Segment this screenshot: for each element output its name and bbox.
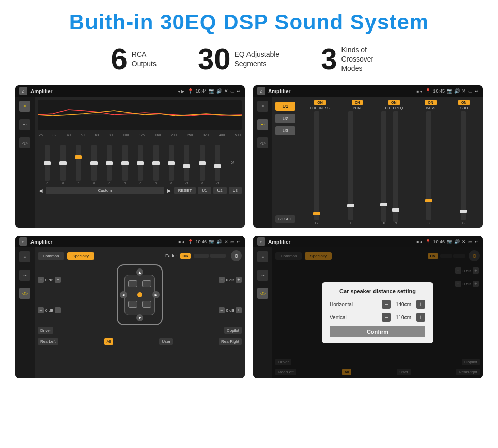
eq-slider-11: -1	[215, 145, 220, 185]
stat-number-eq: 30	[198, 44, 231, 74]
home-icon-1[interactable]: ⌂	[19, 87, 27, 95]
screen2-reset[interactable]: RESET	[275, 215, 295, 223]
vertical-value: 110cm	[393, 315, 414, 320]
home-icon-3[interactable]: ⌂	[19, 237, 27, 246]
eq-slider-5: 0	[122, 145, 128, 185]
reset-btn[interactable]: RESET	[174, 187, 196, 194]
status-bar-1: ⌂ Amplifier ● ▶ 📍 10:44 📷 🔊 ✕ ▭ ↩	[15, 85, 245, 97]
car-visual: ▲ ▼ ◄ ►	[64, 264, 215, 325]
phat-on[interactable]: ON	[352, 100, 363, 105]
arrow-left[interactable]: ◄	[120, 291, 127, 298]
dialog-title: Car speaker distance setting	[330, 288, 425, 294]
time-1: 10:44	[195, 88, 207, 94]
bass-on[interactable]: ON	[425, 100, 437, 105]
next-btn[interactable]: ►	[166, 187, 172, 194]
screen1-main: 25 32 40 50 63 80 100 125 160 200 250 32…	[35, 97, 245, 228]
fader-sliders-h	[194, 254, 226, 258]
db-plus-bl[interactable]: +	[55, 307, 61, 313]
vertical-plus[interactable]: +	[416, 313, 425, 322]
specialty-tab[interactable]: Specialty	[67, 252, 94, 260]
horizontal-plus[interactable]: +	[416, 300, 425, 309]
u1-button[interactable]: U1	[275, 102, 295, 111]
db-minus-bl[interactable]: −	[38, 307, 44, 313]
home-icon-2[interactable]: ⌂	[257, 87, 265, 95]
horizontal-minus[interactable]: −	[382, 300, 391, 309]
custom-preset[interactable]: Custom	[46, 187, 164, 194]
seat-fl	[128, 280, 137, 287]
all-btn[interactable]: All	[104, 338, 114, 345]
channels-area: ON LOUDNESS ON PHAT ON CUT FREQ	[300, 100, 480, 225]
fader-on[interactable]: ON	[180, 253, 191, 259]
db-plus-br[interactable]: +	[236, 307, 242, 313]
more-icon[interactable]: »	[231, 158, 235, 166]
crossover-sliders: G F	[300, 111, 480, 225]
db-minus-tl[interactable]: −	[38, 277, 44, 283]
u1-btn[interactable]: U1	[198, 187, 211, 194]
common-tab[interactable]: Common	[38, 252, 64, 260]
speaker-icon-3[interactable]: ◁▷	[19, 288, 30, 299]
ch-sub: ON SUB	[458, 100, 470, 110]
driver-btn[interactable]: Driver	[38, 327, 53, 334]
eq-icon-4[interactable]: ≡	[257, 251, 268, 262]
eq-icon-3[interactable]: ≡	[19, 251, 30, 262]
close-icon-4: ✕	[462, 239, 466, 244]
speaker-icon-4[interactable]: ◁▷	[257, 288, 268, 299]
screen2-sidebar: ≡ 〜 ◁▷	[253, 97, 272, 228]
right-controls: − 0 dB + − 0 dB +	[219, 264, 242, 325]
prev-btn[interactable]: ◄	[38, 187, 44, 194]
db-plus-tl[interactable]: +	[55, 277, 61, 283]
u3-btn[interactable]: U3	[229, 187, 242, 194]
status-icons-1: 📍 10:44 📷 🔊 ✕ ▭ ↩	[188, 88, 241, 94]
u3-button[interactable]: U3	[275, 126, 295, 135]
eq-slider-6: 0	[138, 145, 143, 185]
sub-on[interactable]: ON	[458, 100, 470, 105]
page-container: Buith-in 30EQ DSP Sound System 6 RCA Out…	[0, 0, 498, 389]
fader-label: Fader	[165, 253, 177, 258]
screen3-sidebar: ≡ 〜 ◁▷	[15, 247, 35, 378]
arrow-right[interactable]: ►	[152, 291, 160, 298]
speaker-icon-2[interactable]: ◁▷	[257, 137, 268, 148]
u2-button[interactable]: U2	[275, 114, 295, 123]
eq-slider-10: 0	[200, 145, 205, 185]
camera-icon-4: 📷	[447, 239, 452, 244]
fader-h-slider-1[interactable]	[194, 254, 209, 258]
eq-chart	[38, 100, 242, 130]
screen-eq: ⌂ Amplifier ● ▶ 📍 10:44 📷 🔊 ✕ ▭ ↩ ≡ 〜 ◁▷	[15, 85, 245, 228]
speaker-icon[interactable]: ◁▷	[19, 137, 30, 148]
stats-row: 6 RCA Outputs 30 EQ Adjustable Segments …	[15, 44, 483, 74]
db-plus-tr[interactable]: +	[236, 277, 242, 283]
arrow-up[interactable]: ▲	[136, 268, 143, 276]
vertical-minus[interactable]: −	[382, 313, 391, 322]
seat-rl	[128, 301, 137, 308]
db-minus-br[interactable]: −	[219, 307, 225, 313]
copilot-btn[interactable]: Copilot	[224, 327, 242, 334]
u2-btn[interactable]: U2	[213, 187, 227, 194]
arrow-down[interactable]: ▼	[136, 314, 143, 321]
screen3-main: Common Specialty Fader ON ⚙	[35, 247, 245, 378]
app-name-2: Amplifier	[268, 88, 414, 94]
eq-icon[interactable]: ≡	[19, 101, 30, 112]
loudness-on[interactable]: ON	[314, 100, 326, 105]
eq-freq-labels: 25 32 40 50 63 80 100 125 160 200 250 32…	[38, 133, 242, 137]
minimize-icon-4: ▭	[468, 239, 473, 244]
fader-h-slider-2[interactable]	[210, 254, 226, 258]
wave-icon[interactable]: 〜	[19, 119, 30, 130]
db-minus-tr[interactable]: −	[219, 277, 225, 283]
confirm-button[interactable]: Confirm	[330, 326, 425, 337]
home-icon-4[interactable]: ⌂	[257, 237, 265, 246]
screen-crossover: ⌂ Amplifier ■ ● 📍 10:45 📷 🔊 ✕ ▭ ↩ ≡ 〜 ◁▷	[253, 85, 483, 228]
wave-icon-4[interactable]: 〜	[257, 270, 268, 281]
wave-icon-2[interactable]: 〜	[257, 119, 268, 130]
user-btn[interactable]: User	[159, 338, 173, 345]
app-name-1: Amplifier	[30, 88, 175, 94]
cutfreq-on[interactable]: ON	[388, 100, 400, 105]
camera-icon-2: 📷	[447, 88, 452, 94]
rearleft-btn[interactable]: RearLeft	[38, 338, 58, 345]
eq-icon-2[interactable]: ≡	[257, 101, 268, 112]
rearright-btn[interactable]: RearRight	[219, 338, 242, 345]
screen3-content: ≡ 〜 ◁▷ Common Specialty Fader ON	[15, 247, 245, 378]
ch-phat: ON PHAT	[352, 100, 363, 110]
settings-icon-3[interactable]: ⚙	[231, 250, 242, 261]
volume-icon-3: 🔊	[216, 239, 222, 244]
wave-icon-3[interactable]: 〜	[19, 270, 30, 281]
